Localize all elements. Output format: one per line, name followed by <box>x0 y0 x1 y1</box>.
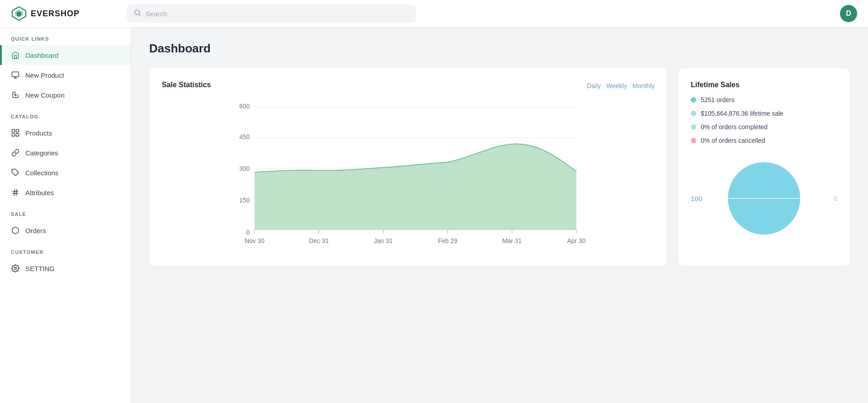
svg-line-17 <box>14 189 15 196</box>
orders-icon <box>11 226 20 235</box>
attributes-icon <box>11 188 20 197</box>
sidebar-item-new-product[interactable]: New Product <box>0 65 131 85</box>
sidebar-item-products[interactable]: Products <box>0 123 131 143</box>
pie-chart-area: 100 0 <box>691 153 837 244</box>
sidebar-item-dashboard[interactable]: Dashboard <box>0 45 131 65</box>
legend-lifetime-text: $105,664,876.36 lifetime sale <box>701 110 783 117</box>
svg-line-18 <box>16 189 17 196</box>
chart-container: 600 450 300 150 0 <box>162 100 655 253</box>
sidebar-setting-label: SETTING <box>25 265 55 272</box>
pie-label-left: 100 <box>691 195 702 202</box>
sidebar-item-categories[interactable]: Categories <box>0 143 131 163</box>
svg-rect-13 <box>16 134 19 136</box>
lifetime-sales-title: Lifetime Sales <box>691 81 740 89</box>
svg-text:150: 150 <box>239 197 250 204</box>
legend-lifetime-sale: $105,664,876.36 lifetime sale <box>691 110 837 117</box>
sidebar-new-coupon-label: New Coupon <box>25 91 65 99</box>
svg-text:Nov 30: Nov 30 <box>245 237 264 244</box>
period-monthly[interactable]: Monthly <box>632 82 655 89</box>
legend-dot-cancelled <box>691 138 696 143</box>
svg-point-19 <box>14 267 17 270</box>
sidebar: QUICK LINKS Dashboard New Product <box>0 27 131 403</box>
lifetime-sales-card: Lifetime Sales 5251 orders $105,664,876.… <box>678 68 850 266</box>
legend-completed-text: 0% of orders completed <box>701 123 768 131</box>
sidebar-attributes-label: Attributes <box>25 189 54 197</box>
avatar[interactable]: D <box>840 5 857 22</box>
svg-text:0: 0 <box>246 229 250 236</box>
sale-statistics-title: Sale Statistics <box>162 81 211 89</box>
period-links: Daily Weekly Monthly <box>587 82 655 89</box>
legend-completed: 0% of orders completed <box>691 123 837 131</box>
sidebar-products-label: Products <box>25 129 52 137</box>
main-layout: QUICK LINKS Dashboard New Product <box>0 27 868 403</box>
svg-text:300: 300 <box>239 165 250 172</box>
coupon-icon <box>11 90 20 99</box>
legend-orders-text: 5251 orders <box>701 96 735 103</box>
page-title: Dashboard <box>149 42 850 56</box>
svg-text:Jan 31: Jan 31 <box>374 237 392 244</box>
svg-text:600: 600 <box>239 103 250 110</box>
logo-area: EVERSHOP <box>11 5 119 22</box>
svg-line-4 <box>139 14 140 15</box>
search-bar <box>127 5 416 23</box>
svg-text:450: 450 <box>239 133 250 141</box>
legend-cancelled: 0% of orders cancelled <box>691 137 837 144</box>
products-icon <box>11 128 20 137</box>
collections-icon <box>11 168 20 177</box>
svg-rect-11 <box>16 130 19 132</box>
sale-chart-svg: 600 450 300 150 0 <box>162 100 655 253</box>
categories-icon <box>11 148 20 157</box>
sidebar-item-attributes[interactable]: Attributes <box>0 183 131 202</box>
sidebar-item-new-coupon[interactable]: New Coupon <box>0 85 131 105</box>
pie-chart-svg <box>723 158 805 239</box>
sale-statistics-card: Sale Statistics Daily Weekly Monthly 600… <box>149 68 667 266</box>
svg-rect-10 <box>12 130 15 132</box>
new-product-icon <box>11 70 20 80</box>
area-chart-path <box>255 144 576 230</box>
svg-text:Feb 29: Feb 29 <box>438 237 458 244</box>
customer-label: CUSTOMER <box>0 240 131 258</box>
period-weekly[interactable]: Weekly <box>606 82 627 89</box>
brand-name: EVERSHOP <box>31 9 80 19</box>
quick-links-label: QUICK LINKS <box>0 27 131 45</box>
home-icon <box>11 51 20 60</box>
logo-icon <box>11 5 27 22</box>
dashboard-grid: Sale Statistics Daily Weekly Monthly 600… <box>149 68 850 266</box>
sidebar-categories-label: Categories <box>25 149 58 157</box>
legend-dot-completed <box>691 124 696 130</box>
sidebar-orders-label: Orders <box>25 227 46 234</box>
sidebar-new-product-label: New Product <box>25 71 64 79</box>
chart-header: Sale Statistics Daily Weekly Monthly <box>162 81 655 91</box>
lifetime-legend: 5251 orders $105,664,876.36 lifetime sal… <box>691 96 837 144</box>
svg-text:Mar 31: Mar 31 <box>502 237 522 244</box>
svg-rect-12 <box>12 134 15 136</box>
period-daily[interactable]: Daily <box>587 82 601 89</box>
svg-rect-5 <box>12 72 19 77</box>
catalog-label: CATALOG <box>0 105 131 123</box>
sidebar-item-collections[interactable]: Collections <box>0 163 131 183</box>
topbar: EVERSHOP D <box>0 0 868 27</box>
gear-icon <box>11 264 20 273</box>
sidebar-dashboard-label: Dashboard <box>25 52 58 59</box>
sidebar-collections-label: Collections <box>25 169 58 177</box>
legend-dot-lifetime <box>691 111 696 116</box>
legend-dot-orders <box>691 97 696 103</box>
legend-orders: 5251 orders <box>691 96 837 103</box>
search-input[interactable] <box>146 10 409 18</box>
svg-text:Dec 31: Dec 31 <box>309 237 329 244</box>
pie-label-right: 0 <box>834 195 837 202</box>
main-content: Dashboard Sale Statistics Daily Weekly M… <box>131 27 868 403</box>
svg-text:Apr 30: Apr 30 <box>567 237 586 244</box>
sidebar-item-orders[interactable]: Orders <box>0 220 131 240</box>
sale-label: SALE <box>0 202 131 220</box>
legend-cancelled-text: 0% of orders cancelled <box>701 137 765 144</box>
search-icon <box>134 9 141 18</box>
sidebar-item-setting[interactable]: SETTING <box>0 258 131 278</box>
